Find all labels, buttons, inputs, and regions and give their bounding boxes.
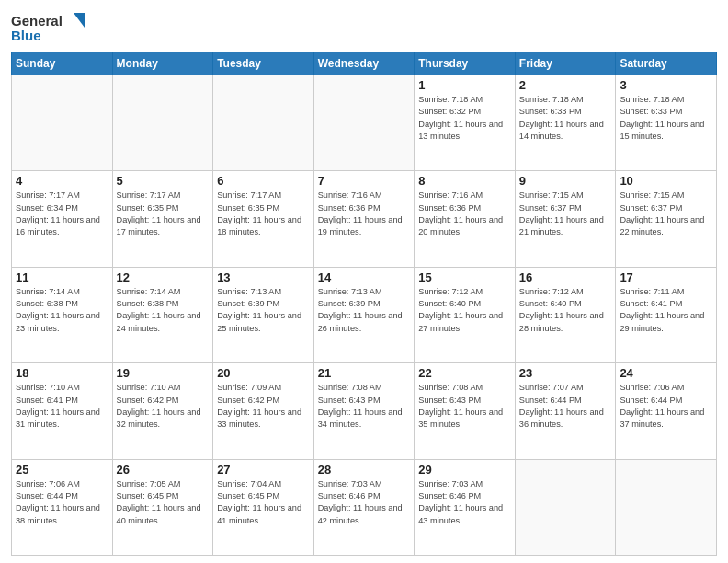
calendar-cell bbox=[616, 459, 717, 555]
day-info: Sunrise: 7:14 AM Sunset: 6:38 PM Dayligh… bbox=[117, 286, 210, 335]
calendar-cell: 4Sunrise: 7:17 AM Sunset: 6:34 PM Daylig… bbox=[12, 171, 113, 267]
calendar-cell: 17Sunrise: 7:11 AM Sunset: 6:41 PM Dayli… bbox=[616, 267, 717, 362]
calendar-cell: 6Sunrise: 7:17 AM Sunset: 6:35 PM Daylig… bbox=[213, 171, 314, 267]
calendar-cell bbox=[515, 459, 616, 555]
day-info: Sunrise: 7:12 AM Sunset: 6:40 PM Dayligh… bbox=[519, 286, 612, 335]
day-info: Sunrise: 7:06 AM Sunset: 6:44 PM Dayligh… bbox=[620, 382, 712, 431]
day-info: Sunrise: 7:17 AM Sunset: 6:35 PM Dayligh… bbox=[117, 190, 210, 238]
calendar-week-4: 25Sunrise: 7:06 AM Sunset: 6:44 PM Dayli… bbox=[12, 459, 717, 555]
calendar-cell bbox=[112, 75, 213, 171]
day-info: Sunrise: 7:16 AM Sunset: 6:36 PM Dayligh… bbox=[418, 190, 511, 238]
day-number: 24 bbox=[620, 366, 712, 380]
calendar-cell: 13Sunrise: 7:13 AM Sunset: 6:39 PM Dayli… bbox=[213, 267, 314, 362]
calendar-cell: 1Sunrise: 7:18 AM Sunset: 6:32 PM Daylig… bbox=[415, 75, 516, 171]
calendar-cell: 8Sunrise: 7:16 AM Sunset: 6:36 PM Daylig… bbox=[415, 171, 516, 267]
svg-marker-2 bbox=[74, 13, 85, 28]
day-number: 3 bbox=[620, 78, 712, 92]
calendar-cell: 23Sunrise: 7:07 AM Sunset: 6:44 PM Dayli… bbox=[515, 363, 616, 459]
calendar-week-1: 4Sunrise: 7:17 AM Sunset: 6:34 PM Daylig… bbox=[12, 171, 717, 267]
day-info: Sunrise: 7:04 AM Sunset: 6:45 PM Dayligh… bbox=[217, 478, 310, 527]
weekday-header-sunday: Sunday bbox=[12, 52, 113, 75]
day-number: 21 bbox=[318, 366, 411, 380]
day-info: Sunrise: 7:06 AM Sunset: 6:44 PM Dayligh… bbox=[16, 478, 108, 527]
day-number: 18 bbox=[16, 366, 108, 380]
day-number: 29 bbox=[418, 463, 511, 477]
weekday-header-tuesday: Tuesday bbox=[213, 52, 314, 75]
weekday-header-friday: Friday bbox=[515, 52, 616, 75]
logo: General Blue bbox=[11, 9, 94, 46]
weekday-header-monday: Monday bbox=[112, 52, 213, 75]
day-number: 1 bbox=[418, 78, 511, 92]
calendar-cell: 22Sunrise: 7:08 AM Sunset: 6:43 PM Dayli… bbox=[415, 363, 516, 459]
day-info: Sunrise: 7:03 AM Sunset: 6:46 PM Dayligh… bbox=[318, 478, 411, 527]
day-number: 9 bbox=[519, 174, 612, 188]
day-info: Sunrise: 7:15 AM Sunset: 6:37 PM Dayligh… bbox=[620, 190, 712, 238]
day-info: Sunrise: 7:14 AM Sunset: 6:38 PM Dayligh… bbox=[16, 286, 108, 335]
day-info: Sunrise: 7:16 AM Sunset: 6:36 PM Dayligh… bbox=[318, 190, 411, 238]
calendar-cell bbox=[213, 75, 314, 171]
weekday-header-thursday: Thursday bbox=[415, 52, 516, 75]
day-number: 6 bbox=[217, 174, 310, 188]
day-info: Sunrise: 7:13 AM Sunset: 6:39 PM Dayligh… bbox=[318, 286, 411, 335]
calendar-cell: 14Sunrise: 7:13 AM Sunset: 6:39 PM Dayli… bbox=[313, 267, 415, 362]
logo-svg: General Blue bbox=[11, 9, 94, 46]
calendar-week-3: 18Sunrise: 7:10 AM Sunset: 6:41 PM Dayli… bbox=[12, 363, 717, 459]
day-number: 7 bbox=[318, 174, 411, 188]
calendar-table: SundayMondayTuesdayWednesdayThursdayFrid… bbox=[11, 52, 717, 556]
day-info: Sunrise: 7:17 AM Sunset: 6:34 PM Dayligh… bbox=[16, 190, 108, 238]
calendar-cell: 5Sunrise: 7:17 AM Sunset: 6:35 PM Daylig… bbox=[112, 171, 213, 267]
calendar-cell: 26Sunrise: 7:05 AM Sunset: 6:45 PM Dayli… bbox=[112, 459, 213, 555]
day-info: Sunrise: 7:11 AM Sunset: 6:41 PM Dayligh… bbox=[620, 286, 712, 335]
day-info: Sunrise: 7:03 AM Sunset: 6:46 PM Dayligh… bbox=[418, 478, 511, 527]
day-info: Sunrise: 7:17 AM Sunset: 6:35 PM Dayligh… bbox=[217, 190, 310, 238]
day-number: 20 bbox=[217, 366, 310, 380]
day-info: Sunrise: 7:10 AM Sunset: 6:42 PM Dayligh… bbox=[117, 382, 210, 431]
calendar-cell: 11Sunrise: 7:14 AM Sunset: 6:38 PM Dayli… bbox=[12, 267, 113, 362]
calendar-cell: 2Sunrise: 7:18 AM Sunset: 6:33 PM Daylig… bbox=[515, 75, 616, 171]
calendar-cell: 7Sunrise: 7:16 AM Sunset: 6:36 PM Daylig… bbox=[313, 171, 415, 267]
calendar-cell: 29Sunrise: 7:03 AM Sunset: 6:46 PM Dayli… bbox=[415, 459, 516, 555]
day-number: 25 bbox=[16, 463, 108, 477]
day-number: 16 bbox=[519, 270, 612, 284]
day-number: 8 bbox=[418, 174, 511, 188]
calendar-cell: 10Sunrise: 7:15 AM Sunset: 6:37 PM Dayli… bbox=[616, 171, 717, 267]
calendar-cell: 24Sunrise: 7:06 AM Sunset: 6:44 PM Dayli… bbox=[616, 363, 717, 459]
header: General Blue bbox=[11, 9, 717, 46]
day-info: Sunrise: 7:09 AM Sunset: 6:42 PM Dayligh… bbox=[217, 382, 310, 431]
day-number: 27 bbox=[217, 463, 310, 477]
calendar-cell: 12Sunrise: 7:14 AM Sunset: 6:38 PM Dayli… bbox=[112, 267, 213, 362]
day-info: Sunrise: 7:10 AM Sunset: 6:41 PM Dayligh… bbox=[16, 382, 108, 431]
day-number: 17 bbox=[620, 270, 712, 284]
day-number: 26 bbox=[117, 463, 210, 477]
page: General Blue SundayMondayTuesdayWednesda… bbox=[0, 0, 728, 563]
calendar-week-2: 11Sunrise: 7:14 AM Sunset: 6:38 PM Dayli… bbox=[12, 267, 717, 362]
svg-text:General: General bbox=[11, 13, 63, 29]
day-info: Sunrise: 7:05 AM Sunset: 6:45 PM Dayligh… bbox=[117, 478, 210, 527]
day-info: Sunrise: 7:15 AM Sunset: 6:37 PM Dayligh… bbox=[519, 190, 612, 238]
weekday-header-wednesday: Wednesday bbox=[313, 52, 415, 75]
calendar-cell bbox=[313, 75, 415, 171]
svg-text:Blue: Blue bbox=[11, 28, 41, 43]
calendar-cell: 25Sunrise: 7:06 AM Sunset: 6:44 PM Dayli… bbox=[12, 459, 113, 555]
day-info: Sunrise: 7:07 AM Sunset: 6:44 PM Dayligh… bbox=[519, 382, 612, 431]
day-info: Sunrise: 7:08 AM Sunset: 6:43 PM Dayligh… bbox=[318, 382, 411, 431]
weekday-header-saturday: Saturday bbox=[616, 52, 717, 75]
calendar-cell: 21Sunrise: 7:08 AM Sunset: 6:43 PM Dayli… bbox=[313, 363, 415, 459]
calendar-cell: 16Sunrise: 7:12 AM Sunset: 6:40 PM Dayli… bbox=[515, 267, 616, 362]
day-info: Sunrise: 7:12 AM Sunset: 6:40 PM Dayligh… bbox=[418, 286, 511, 335]
day-number: 10 bbox=[620, 174, 712, 188]
calendar-cell: 28Sunrise: 7:03 AM Sunset: 6:46 PM Dayli… bbox=[313, 459, 415, 555]
calendar-cell: 9Sunrise: 7:15 AM Sunset: 6:37 PM Daylig… bbox=[515, 171, 616, 267]
day-info: Sunrise: 7:18 AM Sunset: 6:33 PM Dayligh… bbox=[519, 94, 612, 143]
day-number: 13 bbox=[217, 270, 310, 284]
day-number: 5 bbox=[117, 174, 210, 188]
day-info: Sunrise: 7:18 AM Sunset: 6:33 PM Dayligh… bbox=[620, 94, 712, 143]
day-number: 14 bbox=[318, 270, 411, 284]
day-number: 15 bbox=[418, 270, 511, 284]
day-info: Sunrise: 7:18 AM Sunset: 6:32 PM Dayligh… bbox=[418, 94, 511, 143]
calendar-cell: 15Sunrise: 7:12 AM Sunset: 6:40 PM Dayli… bbox=[415, 267, 516, 362]
day-info: Sunrise: 7:13 AM Sunset: 6:39 PM Dayligh… bbox=[217, 286, 310, 335]
calendar-cell: 20Sunrise: 7:09 AM Sunset: 6:42 PM Dayli… bbox=[213, 363, 314, 459]
day-number: 2 bbox=[519, 78, 612, 92]
calendar-cell: 3Sunrise: 7:18 AM Sunset: 6:33 PM Daylig… bbox=[616, 75, 717, 171]
